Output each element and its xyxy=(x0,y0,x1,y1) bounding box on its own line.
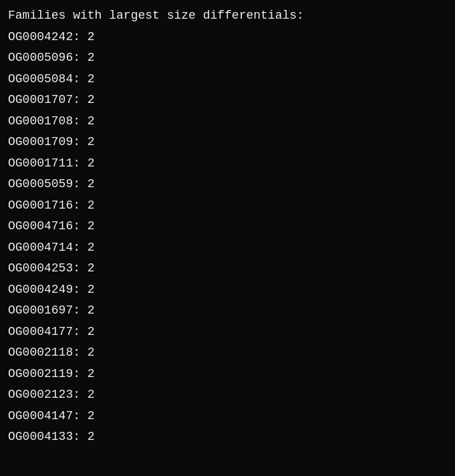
data-line: OG0004714: 2 xyxy=(8,237,447,259)
data-line: OG0004716: 2 xyxy=(8,216,447,237)
data-line: OG0004133: 2 xyxy=(8,427,447,448)
data-line: OG0001708: 2 xyxy=(8,111,447,132)
data-line: OG0004242: 2 xyxy=(8,27,447,48)
data-line: OG0005084: 2 xyxy=(8,69,447,90)
data-line: OG0004249: 2 xyxy=(8,279,447,301)
data-line: OG0001716: 2 xyxy=(8,195,447,217)
entries-list: OG0004242: 2OG0005096: 2OG0005084: 2OG00… xyxy=(8,27,447,448)
data-line: OG0004177: 2 xyxy=(8,322,447,343)
header-line: Families with largest size differentials… xyxy=(8,5,447,27)
data-line: OG0002118: 2 xyxy=(8,342,447,364)
data-line: OG0001711: 2 xyxy=(8,153,447,174)
data-line: OG0002119: 2 xyxy=(8,364,447,385)
terminal-output: Families with largest size differentials… xyxy=(8,5,447,448)
data-line: OG0004253: 2 xyxy=(8,258,447,279)
data-line: OG0001697: 2 xyxy=(8,300,447,322)
data-line: OG0001709: 2 xyxy=(8,132,447,153)
data-line: OG0005059: 2 xyxy=(8,174,447,195)
data-line: OG0004147: 2 xyxy=(8,406,447,427)
data-line: OG0005096: 2 xyxy=(8,47,447,69)
data-line: OG0001707: 2 xyxy=(8,90,447,111)
data-line: OG0002123: 2 xyxy=(8,384,447,406)
